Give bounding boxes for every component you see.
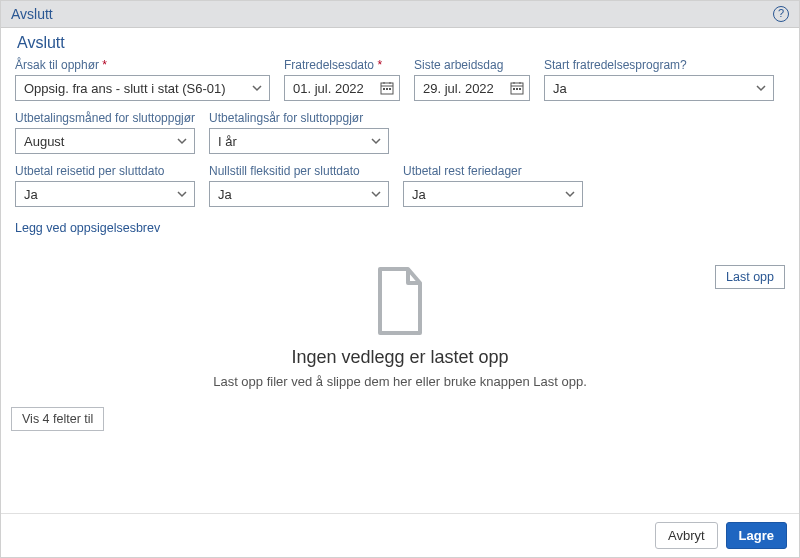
label-travel: Utbetal reisetid per sluttdato: [15, 164, 195, 178]
show-more-fields-button[interactable]: Vis 4 felter til: [11, 407, 104, 431]
upload-area: Last opp Ingen vedlegg er lastet opp Las…: [15, 265, 785, 389]
chevron-down-icon: [370, 135, 382, 147]
svg-rect-5: [386, 88, 388, 90]
titlebar: Avslutt ?: [1, 1, 799, 28]
select-pay-year-value: I år: [218, 134, 237, 149]
field-from-date: Fratredelsesdato * 01. jul. 2022: [284, 58, 400, 101]
label-reason-text: Årsak til opphør: [15, 58, 99, 72]
label-start-program: Start fratredelsesprogram?: [544, 58, 774, 72]
select-reason[interactable]: Oppsig. fra ans - slutt i stat (S6-01): [15, 75, 270, 101]
select-flex[interactable]: Ja: [209, 181, 389, 207]
svg-rect-12: [516, 88, 518, 90]
select-start-program[interactable]: Ja: [544, 75, 774, 101]
svg-rect-11: [513, 88, 515, 90]
select-vacation-value: Ja: [412, 187, 426, 202]
attach-letter-link[interactable]: Legg ved oppsigelsesbrev: [15, 221, 785, 235]
calendar-icon[interactable]: [380, 81, 394, 95]
field-pay-month: Utbetalingsmåned for sluttoppgjør August: [15, 111, 195, 154]
select-pay-month[interactable]: August: [15, 128, 195, 154]
select-vacation[interactable]: Ja: [403, 181, 583, 207]
chevron-down-icon: [370, 188, 382, 200]
upload-button[interactable]: Last opp: [715, 265, 785, 289]
label-last-day: Siste arbeidsdag: [414, 58, 530, 72]
window-title: Avslutt: [11, 6, 53, 22]
form-row-2: Utbetalingsmåned for sluttoppgjør August…: [15, 111, 785, 154]
label-pay-year: Utbetalingsår for sluttoppgjør: [209, 111, 389, 125]
content-area: Avslutt Årsak til opphør * Oppsig. fra a…: [1, 28, 799, 513]
select-start-program-value: Ja: [553, 81, 567, 96]
field-pay-year: Utbetalingsår for sluttoppgjør I år: [209, 111, 389, 154]
field-last-day: Siste arbeidsdag 29. jul. 2022: [414, 58, 530, 101]
field-vacation: Utbetal rest feriedager Ja: [403, 164, 583, 207]
required-marker: *: [99, 58, 107, 72]
chevron-down-icon: [176, 188, 188, 200]
label-reason: Årsak til opphør *: [15, 58, 270, 72]
date-from-value: 01. jul. 2022: [293, 81, 364, 96]
calendar-icon[interactable]: [510, 81, 524, 95]
document-icon: [372, 265, 428, 337]
select-travel-value: Ja: [24, 187, 38, 202]
chevron-down-icon: [564, 188, 576, 200]
date-last-day[interactable]: 29. jul. 2022: [414, 75, 530, 101]
date-last-day-value: 29. jul. 2022: [423, 81, 494, 96]
field-flex: Nullstill fleksitid per sluttdato Ja: [209, 164, 389, 207]
footer: Avbryt Lagre: [1, 513, 799, 557]
select-flex-value: Ja: [218, 187, 232, 202]
label-vacation: Utbetal rest feriedager: [403, 164, 583, 178]
form-row-1: Årsak til opphør * Oppsig. fra ans - slu…: [15, 58, 785, 101]
select-pay-month-value: August: [24, 134, 64, 149]
dropzone-subtitle: Last opp filer ved å slippe dem her elle…: [15, 374, 785, 389]
field-reason: Årsak til opphør * Oppsig. fra ans - slu…: [15, 58, 270, 101]
label-flex: Nullstill fleksitid per sluttdato: [209, 164, 389, 178]
date-from[interactable]: 01. jul. 2022: [284, 75, 400, 101]
form-row-3: Utbetal reisetid per sluttdato Ja Nullst…: [15, 164, 785, 207]
page-title: Avslutt: [17, 34, 785, 52]
label-pay-month: Utbetalingsmåned for sluttoppgjør: [15, 111, 195, 125]
svg-rect-4: [383, 88, 385, 90]
field-start-program: Start fratredelsesprogram? Ja: [544, 58, 774, 101]
chevron-down-icon: [176, 135, 188, 147]
select-pay-year[interactable]: I år: [209, 128, 389, 154]
chevron-down-icon: [251, 82, 263, 94]
dropzone[interactable]: Ingen vedlegg er lastet opp Last opp fil…: [15, 265, 785, 389]
cancel-button[interactable]: Avbryt: [655, 522, 718, 549]
chevron-down-icon: [755, 82, 767, 94]
help-icon[interactable]: ?: [773, 6, 789, 22]
required-marker: *: [374, 58, 382, 72]
dialog-window: Avslutt ? Avslutt Årsak til opphør * Opp…: [0, 0, 800, 558]
dropzone-title: Ingen vedlegg er lastet opp: [15, 347, 785, 368]
label-from-date: Fratredelsesdato *: [284, 58, 400, 72]
svg-rect-13: [519, 88, 521, 90]
svg-rect-6: [389, 88, 391, 90]
select-travel[interactable]: Ja: [15, 181, 195, 207]
save-button[interactable]: Lagre: [726, 522, 787, 549]
label-from-date-text: Fratredelsesdato: [284, 58, 374, 72]
field-travel: Utbetal reisetid per sluttdato Ja: [15, 164, 195, 207]
select-reason-value: Oppsig. fra ans - slutt i stat (S6-01): [24, 81, 226, 96]
